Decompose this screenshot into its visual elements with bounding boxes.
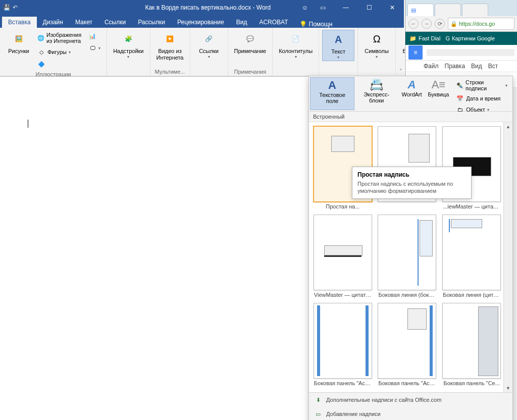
gdocs-title-placeholder[interactable] xyxy=(427,49,514,56)
globe-icon: 🌐 xyxy=(37,34,44,42)
shapes-button[interactable]: ◇Фигуры▾ xyxy=(36,47,83,57)
group-links: 🔗 Ссылки ▾ xyxy=(190,28,228,76)
gallery-item[interactable]: Боковая линия (боко... xyxy=(378,215,437,298)
object-label: Объект xyxy=(466,107,485,113)
chevron-down-icon: ▾ xyxy=(337,55,339,60)
textbox-label: Текстовое поле xyxy=(314,92,351,104)
datetime-button[interactable]: 📅Дата и время xyxy=(454,93,509,103)
chevron-down-icon: ▾ xyxy=(487,108,489,112)
text-button[interactable]: A Текст ▾ xyxy=(322,30,354,61)
scroll-down-icon[interactable]: ▼ xyxy=(504,384,512,392)
addins-button[interactable]: 🧩 Надстройки ▾ xyxy=(110,30,146,60)
forward-button[interactable]: → xyxy=(422,19,432,29)
textbox-dropdown[interactable]: A Текстовое поле xyxy=(310,77,354,110)
store-icon: 🧩 xyxy=(120,31,136,47)
scroll-up-icon[interactable]: ▲ xyxy=(504,122,512,131)
group-multimedia: ▶️ Видео из Интернета Мультиме... xyxy=(150,28,190,76)
back-button[interactable]: ← xyxy=(408,19,419,29)
tab-layout[interactable]: Макет xyxy=(69,17,98,28)
gallery-item[interactable]: Боковая линия (цита... xyxy=(442,215,501,298)
group-label-links xyxy=(193,68,225,76)
more-from-office-button[interactable]: ⬇Дополнительные надписи с сайта Office.c… xyxy=(309,393,512,407)
chart-button[interactable]: 📊 xyxy=(87,31,101,41)
gallery-footer: ⬇Дополнительные надписи с сайта Office.c… xyxy=(309,392,512,420)
screenshot-button[interactable]: 🖵▾ xyxy=(87,43,101,53)
tooltip-body: Простая надпись с используемым по умолча… xyxy=(357,180,466,194)
collapse-ribbon-button[interactable]: ˄ xyxy=(399,68,402,74)
online-video-button[interactable]: ▶️ Видео из Интернета xyxy=(153,30,187,62)
gdocs-icon: ▤ xyxy=(411,7,416,14)
symbols-button[interactable]: Ω Символы ▾ xyxy=(361,30,392,60)
gallery-scrollbar[interactable]: ▲ ▼ xyxy=(503,122,512,392)
tab-design[interactable]: Дизайн xyxy=(37,17,69,28)
menu-view[interactable]: Вид xyxy=(471,63,482,70)
object-button[interactable]: 🗀Объект▾ xyxy=(454,104,509,115)
tab-references[interactable]: Ссылки xyxy=(98,17,132,28)
gallery-item[interactable]: Боковая панель "Асп... xyxy=(313,303,373,386)
signature-icon: ✒️ xyxy=(456,81,463,89)
tab-mailings[interactable]: Рассылки xyxy=(132,17,171,28)
smartart-button[interactable]: 🔷 xyxy=(36,59,83,69)
signature-line-button[interactable]: ✒️Строки подписи▾ xyxy=(454,78,509,92)
save-icon[interactable]: 💾 xyxy=(3,4,11,11)
gallery-item-label: Боковая линия (цита... xyxy=(443,292,500,298)
screenshot-icon: 🖵 xyxy=(88,44,96,52)
link-icon: 🔗 xyxy=(201,31,217,47)
gallery-item-label: Простая на... xyxy=(326,203,359,209)
bookmark-fastdial[interactable]: 📁Fast Dial xyxy=(409,35,440,42)
tab-acrobat[interactable]: ACROBAT xyxy=(253,17,294,28)
datetime-label: Дата и время xyxy=(466,95,500,101)
gallery-item[interactable]: Боковая панель "Се... xyxy=(442,303,501,386)
comment-button[interactable]: 💬 Примечание xyxy=(231,30,270,56)
bulb-icon: 💡 xyxy=(299,21,307,28)
feedback-icon[interactable]: ☺ xyxy=(302,4,308,11)
wordart-icon: A xyxy=(404,78,420,91)
group-label-multimedia: Мультиме... xyxy=(153,68,187,76)
picture-icon: 🖼️ xyxy=(11,31,27,47)
reload-button[interactable]: ⟳ xyxy=(435,19,445,29)
dropcap-label: Буквица xyxy=(428,91,449,97)
tab-review[interactable]: Рецензирование xyxy=(171,17,230,28)
chevron-down-icon: ▾ xyxy=(505,83,507,88)
symbols-label: Символы xyxy=(365,48,389,55)
menu-edit[interactable]: Правка xyxy=(445,63,466,70)
links-button[interactable]: 🔗 Ссылки ▾ xyxy=(193,30,225,60)
menu-insert[interactable]: Вст xyxy=(488,63,498,70)
dropcap-dropdown[interactable]: A≡ Буквица xyxy=(425,77,452,110)
close-button[interactable]: ✕ xyxy=(381,0,404,15)
group-label-headers xyxy=(276,68,316,76)
chrome-tab[interactable] xyxy=(435,4,461,16)
ribbon-display-button[interactable]: ▭ xyxy=(311,0,334,15)
pictures-button[interactable]: 🖼️ Рисунки xyxy=(3,30,34,56)
wordart-dropdown[interactable]: A WordArt xyxy=(398,77,425,110)
undo-icon[interactable]: ↶ xyxy=(13,4,18,11)
group-label-symbols xyxy=(361,68,392,76)
chrome-tab[interactable]: ▤ xyxy=(407,4,434,16)
chrome-tab[interactable] xyxy=(462,4,488,16)
video-icon: ▶️ xyxy=(162,31,178,47)
tab-insert[interactable]: Вставка xyxy=(2,17,37,28)
quickparts-dropdown[interactable]: 📇 Экспресс-блоки xyxy=(354,77,398,110)
bookmark-google-images[interactable]: GКартинки Google xyxy=(445,35,495,41)
gdocs-logo-icon[interactable]: ≡ xyxy=(408,45,423,60)
maximize-button[interactable]: ☐ xyxy=(357,0,381,15)
menu-file[interactable]: Файл xyxy=(424,63,439,70)
titlebar: 💾 ↶ Как в Ворде писать вертикально.docx … xyxy=(0,0,404,15)
tell-me-label: Помощн xyxy=(309,21,333,28)
tell-me[interactable]: 💡Помощн xyxy=(299,21,333,28)
minimize-button[interactable]: — xyxy=(334,0,357,15)
draw-textbox-button[interactable]: ▭Добавление надписи xyxy=(309,407,512,420)
gallery-item-label: Боковая панель "Асп... xyxy=(378,380,436,386)
headers-button[interactable]: 📄 Колонтитулы ▾ xyxy=(276,30,316,60)
online-images-button[interactable]: 🌐Изображения из Интернета xyxy=(36,31,83,45)
quickparts-label: Экспресс-блоки xyxy=(357,91,395,103)
gallery-item[interactable]: Боковая панель "Асп... xyxy=(378,303,437,386)
group-addins: 🧩 Надстройки ▾ xyxy=(107,28,150,76)
signature-label: Строки подписи xyxy=(466,79,503,91)
gdocs-menu: Файл Правка Вид Вст xyxy=(405,61,517,72)
text-cursor xyxy=(28,120,28,128)
gallery-item-label: Боковая панель "Се... xyxy=(443,380,499,386)
gallery-item[interactable]: ViewMaster — цитата... xyxy=(313,215,373,298)
tab-view[interactable]: Вид xyxy=(230,17,253,28)
url-field[interactable]: 🔒https://docs.go xyxy=(448,18,514,30)
